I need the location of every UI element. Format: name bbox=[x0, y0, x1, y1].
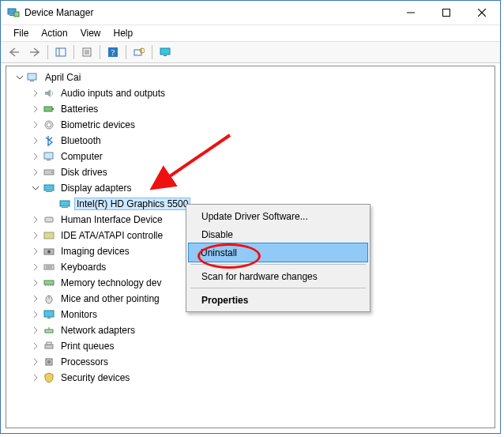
expander-closed-icon[interactable] bbox=[30, 309, 41, 320]
maximize-button[interactable] bbox=[428, 1, 464, 24]
svg-rect-1 bbox=[9, 15, 14, 16]
svg-rect-19 bbox=[28, 73, 36, 80]
expander-closed-icon[interactable] bbox=[30, 214, 41, 225]
tree-item-print[interactable]: Print queues bbox=[9, 338, 495, 354]
menu-action[interactable]: Action bbox=[35, 26, 73, 40]
bluetooth-icon bbox=[43, 134, 55, 147]
device-manager-window: Device Manager File Action View Help ? bbox=[0, 0, 501, 434]
svg-rect-52 bbox=[47, 342, 51, 345]
ctx-scan-hardware[interactable]: Scan for hardware changes bbox=[189, 267, 367, 285]
svg-rect-7 bbox=[56, 48, 66, 56]
expander-closed-icon[interactable] bbox=[30, 341, 41, 352]
cpu-icon bbox=[43, 356, 55, 368]
svg-rect-32 bbox=[62, 207, 68, 208]
expander-closed-icon[interactable] bbox=[30, 356, 41, 367]
svg-rect-34 bbox=[44, 232, 54, 239]
minimize-button[interactable] bbox=[393, 1, 428, 24]
tree-item-disk[interactable]: Disk drives bbox=[9, 164, 495, 180]
expander-closed-icon[interactable] bbox=[30, 277, 41, 288]
svg-rect-17 bbox=[160, 48, 170, 55]
ide-controller-icon bbox=[43, 229, 55, 242]
memory-icon bbox=[43, 277, 55, 289]
expander-closed-icon[interactable] bbox=[30, 246, 41, 257]
tree-item-label: Bluetooth bbox=[58, 134, 103, 147]
fingerprint-icon bbox=[43, 119, 55, 131]
svg-point-24 bbox=[47, 122, 51, 127]
computer-root-icon bbox=[27, 71, 39, 84]
expander-closed-icon[interactable] bbox=[30, 119, 41, 130]
properties-button[interactable] bbox=[77, 43, 96, 62]
expander-closed-icon[interactable] bbox=[30, 167, 41, 178]
help-button[interactable]: ? bbox=[103, 43, 122, 62]
toolbar: ? bbox=[1, 41, 500, 63]
app-icon bbox=[7, 6, 20, 19]
svg-rect-25 bbox=[44, 153, 53, 159]
expander-open-icon[interactable] bbox=[30, 183, 41, 194]
expander-closed-icon[interactable] bbox=[30, 88, 41, 99]
menu-file[interactable]: File bbox=[7, 26, 35, 40]
menu-view[interactable]: View bbox=[74, 26, 107, 40]
monitor-icon bbox=[43, 308, 55, 321]
toolbar-sep bbox=[100, 45, 100, 59]
expander-open-icon[interactable] bbox=[14, 72, 25, 83]
tree-item-batteries[interactable]: Batteries bbox=[9, 101, 495, 117]
ctx-disable[interactable]: Disable bbox=[189, 225, 367, 243]
window-controls bbox=[393, 1, 500, 24]
forward-button[interactable] bbox=[25, 43, 44, 62]
ctx-separator bbox=[190, 264, 366, 265]
close-button[interactable] bbox=[464, 1, 500, 24]
svg-rect-18 bbox=[164, 55, 167, 56]
ctx-uninstall[interactable]: Uninstall bbox=[188, 243, 368, 262]
expander-closed-icon[interactable] bbox=[30, 135, 41, 146]
camera-icon bbox=[43, 245, 55, 258]
expander-closed-icon[interactable] bbox=[30, 151, 41, 162]
keyboard-icon bbox=[43, 261, 55, 273]
expander-closed-icon[interactable] bbox=[30, 325, 41, 336]
expander-closed-icon[interactable] bbox=[30, 372, 41, 383]
svg-rect-30 bbox=[46, 191, 52, 192]
ctx-properties[interactable]: Properties bbox=[189, 291, 367, 309]
tree-item-biometric[interactable]: Biometric devices bbox=[9, 117, 495, 133]
tree-item-label: Human Interface Device bbox=[58, 213, 165, 226]
monitor-button[interactable] bbox=[156, 43, 175, 62]
window-title: Device Manager bbox=[24, 7, 393, 18]
display-adapter-icon bbox=[43, 182, 55, 194]
toolbar-sep bbox=[126, 45, 126, 59]
ctx-update-driver[interactable]: Update Driver Software... bbox=[189, 207, 367, 225]
tree-item-label: Keyboards bbox=[58, 261, 108, 273]
tree-item-computer[interactable]: Computer bbox=[9, 149, 495, 164]
tree-item-bluetooth[interactable]: Bluetooth bbox=[9, 133, 495, 149]
printer-icon bbox=[43, 340, 55, 352]
svg-rect-40 bbox=[44, 281, 54, 284]
toolbar-sep bbox=[152, 45, 152, 59]
tree-item-security[interactable]: Security devices bbox=[9, 370, 495, 386]
ctx-separator bbox=[190, 288, 366, 288]
show-hide-console-button[interactable] bbox=[51, 43, 70, 62]
tree-item-audio[interactable]: Audio inputs and outputs bbox=[9, 85, 495, 101]
scan-hardware-button[interactable] bbox=[130, 43, 149, 62]
back-button[interactable] bbox=[5, 43, 24, 62]
tree-item-display[interactable]: Display adapters bbox=[9, 180, 495, 196]
tree-item-label: Biometric devices bbox=[58, 119, 137, 131]
tree-item-network[interactable]: Network adapters bbox=[9, 322, 495, 338]
svg-point-16 bbox=[140, 48, 145, 53]
tree-item-label: Monitors bbox=[58, 308, 100, 321]
menu-help[interactable]: Help bbox=[107, 26, 140, 40]
expander-closed-icon[interactable] bbox=[30, 293, 41, 304]
menu-bar: File Action View Help bbox=[1, 25, 500, 41]
svg-rect-26 bbox=[47, 160, 51, 160]
expander-closed-icon[interactable] bbox=[30, 104, 41, 115]
expander-closed-icon[interactable] bbox=[30, 230, 41, 241]
tree-root[interactable]: April Cai bbox=[9, 70, 495, 85]
tree-item-label: Memory technology dev bbox=[58, 277, 164, 289]
computer-icon bbox=[43, 150, 55, 163]
hid-icon bbox=[43, 213, 55, 226]
svg-rect-20 bbox=[30, 81, 34, 81]
tree-item-label: Mice and other pointing bbox=[58, 292, 162, 305]
tree-item-label: Network adapters bbox=[58, 324, 137, 337]
tree-item-processors[interactable]: Processors bbox=[9, 354, 495, 370]
svg-rect-48 bbox=[47, 318, 51, 318]
tree-item-label: IDE ATA/ATAPI controlle bbox=[58, 229, 165, 242]
tree-item-label: Intel(R) HD Graphics 5500 bbox=[74, 198, 190, 210]
expander-closed-icon[interactable] bbox=[30, 262, 41, 273]
